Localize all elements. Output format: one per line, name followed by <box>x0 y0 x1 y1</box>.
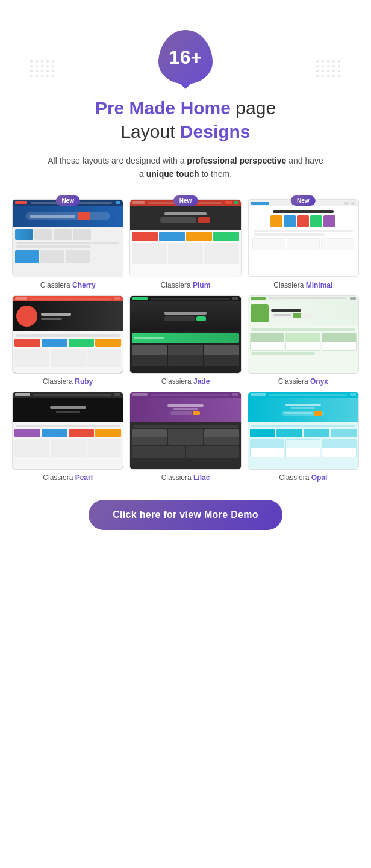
demo-label-pearl: Classiera Pearl <box>12 473 123 482</box>
new-badge-minimal: New <box>291 195 316 206</box>
cta-section: Click here for view More Demo <box>12 500 359 530</box>
thumbnail-opal <box>248 392 359 470</box>
cta-button[interactable]: Click here for view More Demo <box>89 500 282 530</box>
demo-item-ruby[interactable]: Classiera Ruby <box>12 295 123 386</box>
demo-item-lilac[interactable]: Classiera Lilac <box>129 392 241 482</box>
demo-label-lilac: Classiera Lilac <box>129 473 241 482</box>
thumbnail-cherry <box>12 199 123 277</box>
thumbnail-jade <box>129 295 241 374</box>
new-badge-cherry: New <box>55 195 80 206</box>
new-badge-plum: New <box>173 195 198 206</box>
demo-item-onyx[interactable]: Classiera Onyx <box>248 295 359 386</box>
thumbnail-plum <box>129 199 241 277</box>
heading-line2: Layout Designs <box>12 120 359 143</box>
thumbnail-onyx <box>248 295 359 374</box>
demo-label-jade: Classiera Jade <box>129 377 241 386</box>
section-description: All these layouts are designed with a pr… <box>47 154 324 181</box>
demo-item-pearl[interactable]: Classiera Pearl <box>12 392 123 482</box>
thumbnail-ruby <box>12 295 123 374</box>
decorative-dots-right <box>316 60 341 77</box>
demo-item-plum[interactable]: New <box>129 199 241 289</box>
demo-label-ruby: Classiera Ruby <box>12 377 123 386</box>
section-heading: Pre Made Home page Layout Designs <box>12 96 359 143</box>
heading-line1: Pre Made Home page <box>12 96 359 120</box>
thumbnail-minimal <box>248 199 359 277</box>
thumbnail-pearl <box>12 392 123 470</box>
thumbnail-lilac <box>129 392 241 470</box>
demo-label-cherry: Classiera Cherry <box>12 281 123 289</box>
badge-number: 16+ <box>169 46 202 69</box>
demo-label-plum: Classiera Plum <box>129 281 241 289</box>
demo-label-onyx: Classiera Onyx <box>248 377 359 386</box>
demo-label-opal: Classiera Opal <box>248 473 359 482</box>
demo-label-minimal: Classiera Minimal <box>248 281 359 289</box>
demo-item-minimal[interactable]: New <box>248 199 359 289</box>
demo-item-opal[interactable]: Classiera Opal <box>248 392 359 482</box>
count-badge: 16+ <box>158 30 213 84</box>
demo-item-cherry[interactable]: New <box>12 199 123 289</box>
demo-item-jade[interactable]: Classiera Jade <box>129 295 241 386</box>
decorative-dots-left <box>30 60 55 77</box>
demo-grid: New <box>12 199 359 482</box>
